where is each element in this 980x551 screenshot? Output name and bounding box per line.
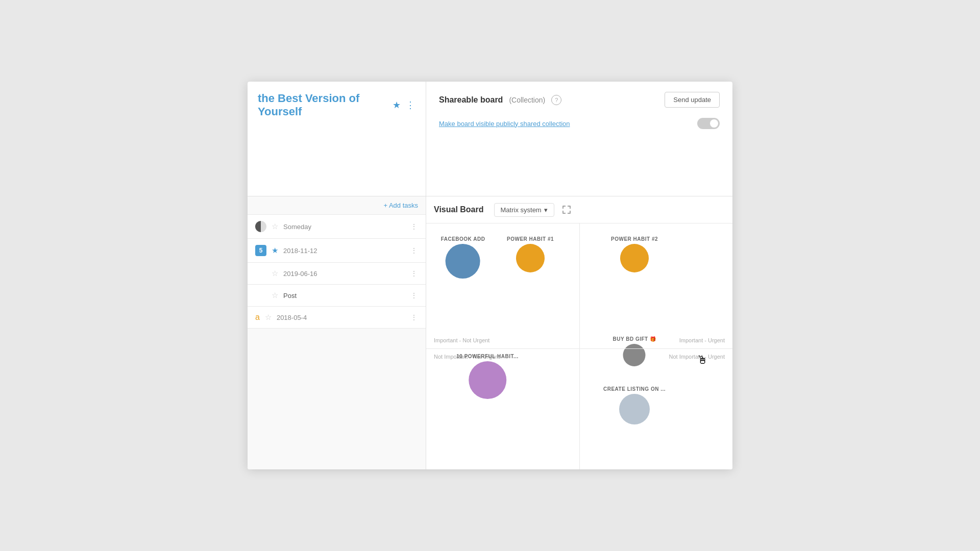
bubble-create-listing[interactable]: CREATE LISTING ON ...: [603, 386, 666, 424]
task-row: ☆ Someday ⋮: [248, 215, 426, 239]
task-row: ☆ 2019-06-16 ⋮: [248, 263, 426, 285]
task-date-1: Someday: [283, 223, 405, 231]
task-menu-1[interactable]: ⋮: [410, 222, 418, 231]
task-row: a ☆ 2018-05-4 ⋮: [248, 307, 426, 329]
task-row: 5 ★ 2018-11-12 ⋮: [248, 239, 426, 263]
board-title: the Best Version of Yourself: [258, 92, 387, 118]
send-update-button[interactable]: Send update: [665, 92, 720, 108]
make-visible-text[interactable]: Make board visible publicly shared colle…: [439, 120, 570, 128]
add-tasks-button[interactable]: + Add tasks: [383, 202, 418, 209]
task-name-4: Post: [283, 292, 405, 299]
matrix-dropdown[interactable]: Matrix system ▾: [494, 203, 554, 217]
app-container: the Best Version of Yourself ★ ⋮ Shareab…: [248, 82, 732, 469]
quadrant-label-bottom-right: Not Important - Urgent: [669, 354, 725, 360]
visual-board-header: Visual Board Matrix system ▾: [426, 196, 732, 223]
help-icon[interactable]: ?: [551, 95, 561, 105]
visibility-toggle[interactable]: [697, 118, 720, 129]
task-star-4[interactable]: ☆: [272, 291, 278, 300]
visual-board-title: Visual Board: [434, 205, 484, 214]
bubble-circle-ph2: [620, 244, 649, 272]
quadrant-label-top-right: Important - Urgent: [679, 337, 725, 343]
bubble-label-10p: 10 POWERFUL HABIT...: [456, 354, 519, 359]
task-date-2: 2018-11-12: [283, 247, 405, 255]
task-menu-2[interactable]: ⋮: [410, 246, 418, 255]
bubble-circle-facebook: [446, 244, 480, 279]
bubble-label-ph2: POWER HABIT #2: [611, 236, 658, 242]
task-star-3[interactable]: ☆: [272, 269, 278, 278]
bubble-circle-bd: [623, 344, 646, 366]
collection-label: (Collection): [509, 96, 545, 104]
task-menu-3[interactable]: ⋮: [410, 269, 418, 278]
matrix-area: Important - Not Urgent Important - Urgen…: [426, 223, 732, 469]
half-circle-icon: [255, 221, 266, 232]
board-title-row: the Best Version of Yourself ★ ⋮: [258, 92, 415, 118]
task-star-2[interactable]: ★: [272, 246, 278, 255]
top-left-panel: the Best Version of Yourself ★ ⋮: [248, 82, 426, 196]
expand-button[interactable]: [559, 203, 574, 217]
board-star-icon[interactable]: ★: [393, 99, 401, 111]
bubble-circle-10p: [469, 361, 506, 399]
bubble-10-powerful[interactable]: 10 POWERFUL HABIT...: [456, 354, 519, 399]
make-visible-row: Make board visible publicly shared colle…: [439, 118, 720, 129]
task-star-1[interactable]: ☆: [272, 222, 278, 231]
task-date-3: 2019-06-16: [283, 270, 405, 278]
quadrant-label-top-left: Important - Not Urgent: [434, 337, 489, 343]
visual-board-panel: Visual Board Matrix system ▾ Important -…: [426, 196, 732, 469]
bubble-label-cl: CREATE LISTING ON ...: [603, 386, 666, 392]
bubble-buy-bd-gift[interactable]: BUY BD GIFT 🎁: [613, 336, 656, 366]
board-menu-icon[interactable]: ⋮: [406, 99, 415, 111]
bubble-circle-ph1: [516, 244, 545, 272]
badge-icon-5: 5: [255, 245, 266, 256]
matrix-dropdown-label: Matrix system: [501, 206, 542, 214]
bubble-label-facebook: FACEBOOK ADD: [441, 236, 485, 242]
top-right-panel: Shareable board (Collection) ? Send upda…: [426, 82, 732, 196]
bottom-left-panel: + Add tasks ☆ Someday ⋮ 5 ★ 2018-11-12 ⋮…: [248, 196, 426, 469]
add-tasks-row: + Add tasks: [248, 196, 426, 215]
chevron-down-icon: ▾: [544, 206, 548, 214]
bubble-label-bd: BUY BD GIFT 🎁: [613, 336, 656, 342]
task-row: ☆ Post ⋮: [248, 285, 426, 307]
task-menu-5[interactable]: ⋮: [410, 313, 418, 321]
bubble-circle-cl: [619, 394, 650, 424]
task-star-5[interactable]: ☆: [265, 313, 272, 322]
bubble-power-habit-1[interactable]: POWER HABIT #1: [507, 236, 554, 272]
task-date-5: 2018-05-4: [277, 314, 405, 321]
bubble-power-habit-2[interactable]: POWER HABIT #2: [611, 236, 658, 272]
bubble-label-ph1: POWER HABIT #1: [507, 236, 554, 242]
amazon-icon: a: [255, 313, 260, 322]
task-menu-4[interactable]: ⋮: [410, 291, 418, 299]
shareable-title: Shareable board: [439, 95, 503, 105]
bubble-facebook-add[interactable]: FACEBOOK ADD: [441, 236, 485, 279]
shareable-row: Shareable board (Collection) ? Send upda…: [439, 92, 720, 108]
